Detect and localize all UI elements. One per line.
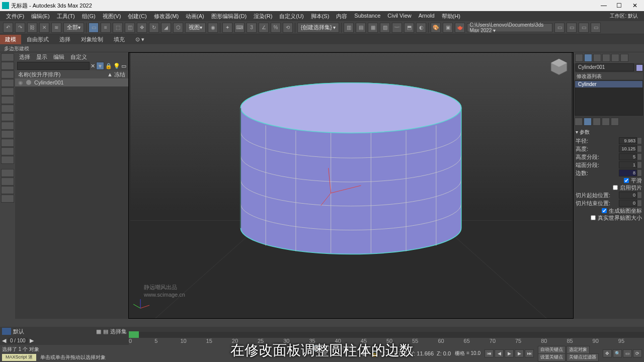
prev-frame-button[interactable]: ◀	[495, 349, 504, 357]
tab-selection[interactable]: 选择	[54, 35, 75, 44]
pctsnap-button[interactable]: %	[271, 23, 281, 33]
p4-button[interactable]: ▭	[591, 23, 601, 33]
cp-hierarchy-icon[interactable]	[593, 54, 601, 62]
stack-remove-icon[interactable]	[602, 118, 610, 126]
spinner-button[interactable]: ⟲	[283, 23, 293, 33]
se-tab-select[interactable]: 选择	[19, 53, 30, 60]
radius-field[interactable]	[619, 137, 637, 144]
se-header-freeze[interactable]: ▲ 冻结	[107, 71, 125, 78]
lt-13[interactable]	[1, 156, 14, 164]
next-frame-button[interactable]: ▶	[515, 349, 524, 357]
tab-populate[interactable]: 填充	[109, 35, 130, 44]
lt-11[interactable]	[1, 139, 14, 147]
sides-spinner[interactable]	[637, 169, 642, 176]
select-name-button[interactable]: ≡	[101, 23, 111, 33]
se-ico2[interactable]: ▤	[103, 328, 108, 335]
se-item-cylinder[interactable]: ◉ Cylinder001	[15, 78, 128, 86]
tab-modeling[interactable]: 建模	[0, 35, 21, 44]
cp-modify-icon[interactable]	[584, 54, 592, 62]
lt-15[interactable]	[1, 177, 14, 186]
stack-show-icon[interactable]	[584, 118, 592, 126]
menu-group[interactable]: 组(G)	[79, 12, 99, 21]
lt-4[interactable]	[1, 79, 14, 87]
keyfilter-button[interactable]: 关键点过滤器	[567, 353, 599, 361]
menu-view[interactable]: 视图(V)	[100, 12, 124, 21]
material-button[interactable]: ◐	[416, 23, 426, 33]
params-header[interactable]: ▾ 参数	[576, 128, 642, 137]
modifier-list-dropdown[interactable]: 修改器列表	[575, 72, 643, 79]
keyboard-button[interactable]: ⌨	[234, 23, 245, 33]
align-button[interactable]: ▤	[356, 23, 366, 33]
se-tab-display[interactable]: 显示	[36, 53, 47, 60]
pivot-button[interactable]: ◉	[208, 23, 218, 33]
lt-7[interactable]	[1, 105, 14, 113]
cseg-spinner[interactable]	[637, 161, 642, 168]
lt-16[interactable]	[1, 186, 14, 194]
hseg-spinner[interactable]	[637, 153, 642, 160]
rotate-button[interactable]: ↻	[149, 23, 159, 33]
filter-dropdown[interactable]: 全部 ▾	[63, 23, 84, 33]
nav-zoom-button[interactable]: 🔍	[613, 349, 622, 357]
se-search[interactable]	[17, 62, 90, 70]
stack-unique-icon[interactable]	[593, 118, 601, 126]
ribbon-expand[interactable]: ⊙ ▾	[130, 35, 149, 44]
close-button[interactable]: ✕	[628, 2, 642, 9]
lt-8[interactable]	[1, 113, 14, 121]
menu-modifier[interactable]: 修改器(M)	[151, 12, 182, 21]
select-button[interactable]: ▭	[89, 23, 99, 33]
autokey-button[interactable]: 自动关键点	[538, 346, 566, 354]
tab-freeform[interactable]: 自由形式	[22, 35, 54, 44]
cp-create-icon[interactable]	[575, 54, 583, 62]
tl-prev-icon[interactable]: ◀	[2, 337, 6, 344]
unlink-button[interactable]: ✕	[39, 23, 49, 33]
height-spinner[interactable]	[637, 145, 642, 152]
slice-checkbox[interactable]	[613, 185, 618, 190]
viewcube[interactable]	[549, 57, 569, 77]
se-ico1[interactable]: ▦	[96, 328, 101, 335]
nav-region-button[interactable]: ▭	[623, 349, 632, 357]
undo-button[interactable]: ↶	[3, 23, 13, 33]
menu-edit[interactable]: 编辑(E)	[28, 12, 53, 21]
play-button[interactable]: ▶	[505, 349, 514, 357]
hseg-field[interactable]	[619, 153, 637, 160]
cseg-field[interactable]	[619, 161, 637, 168]
smooth-checkbox[interactable]	[624, 178, 629, 183]
cylinder-object[interactable]	[129, 53, 573, 318]
minimize-button[interactable]: —	[597, 2, 611, 9]
placement-button[interactable]: ⬡	[173, 23, 183, 33]
render-button[interactable]: 🫖	[455, 23, 465, 33]
menu-custom[interactable]: 自定义(U)	[276, 12, 306, 21]
gencoord-checkbox[interactable]	[602, 208, 607, 213]
toggle-button[interactable]: ▧	[380, 23, 390, 33]
stack-cylinder[interactable]: Cylinder	[575, 81, 642, 87]
lt-12[interactable]	[1, 147, 14, 155]
menu-file[interactable]: 文件(F)	[3, 12, 27, 21]
render-frame-button[interactable]: ▣	[443, 23, 453, 33]
refcoord-dropdown[interactable]: 视图 ▾	[185, 23, 206, 33]
tab-paint[interactable]: 对象绘制	[76, 35, 108, 44]
redo-button[interactable]: ↷	[15, 23, 25, 33]
lt-17[interactable]	[1, 195, 14, 203]
se-add-icon[interactable]: ▭	[121, 63, 126, 69]
menu-civil[interactable]: Civil View	[384, 12, 414, 21]
object-name-field[interactable]: Cylinder001	[576, 63, 634, 71]
mirror-button[interactable]: ▥	[344, 23, 354, 33]
p3-button[interactable]: ▭	[579, 23, 589, 33]
se-tab-custom[interactable]: 自定义	[70, 53, 87, 60]
lt-9[interactable]	[1, 122, 14, 130]
radius-spinner[interactable]	[637, 137, 642, 144]
anglesnap-button[interactable]: ∠	[259, 23, 269, 33]
coord-z[interactable]: Z: 0.0	[437, 350, 451, 356]
window-crossing-button[interactable]: ◫	[125, 23, 135, 33]
menu-script[interactable]: 脚本(S)	[308, 12, 333, 21]
menu-substance[interactable]: Substance	[351, 12, 383, 21]
scale-button[interactable]: ◢	[161, 23, 171, 33]
marquee-button[interactable]: ⬚	[113, 23, 123, 33]
goto-end-button[interactable]: ⏭	[525, 349, 534, 357]
snap3-button[interactable]: 3	[247, 23, 257, 33]
se-clear-icon[interactable]: ✕	[91, 63, 95, 69]
maxscript-field[interactable]: MAXScript 迷	[2, 354, 36, 361]
bind-button[interactable]: ≋	[51, 23, 61, 33]
layer-button[interactable]: ▦	[368, 23, 378, 33]
selobj-dropdown[interactable]: 选定对象	[567, 346, 590, 354]
